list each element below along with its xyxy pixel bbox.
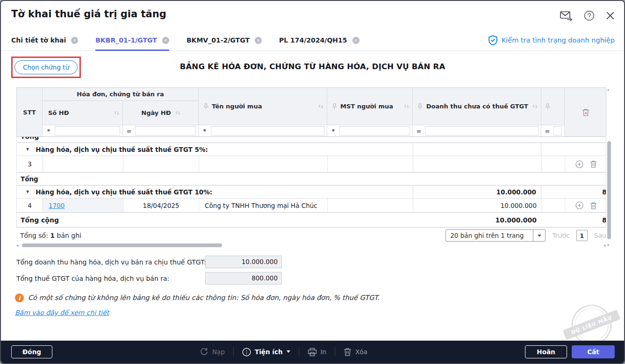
filter-input-doanh-thu[interactable] [425,126,539,136]
tab-close-icon[interactable]: ✕ [162,37,169,44]
horizontal-scrollbar-thumb[interactable] [22,243,222,247]
table-row[interactable]: 3 [17,156,606,172]
scroll-left-icon[interactable]: ◂ [16,243,19,248]
pin-icon[interactable] [417,103,423,110]
filter-cell-doanh-thu: = [413,125,541,136]
cell-doanh-thu[interactable]: 10.000.000 [413,199,541,212]
window-title: Tờ khai thuế giá trị gia tăng [11,8,166,20]
tab-bkmv-01-2-gtgt[interactable]: BKMV_01-2/GTGT ✕ [187,30,262,50]
column-header-thue[interactable] [541,88,565,125]
cell-so-hd[interactable] [43,156,123,172]
table-row[interactable]: 4 1700 18/04/2025 Công ty TNHH Thương mạ… [17,198,606,212]
notice-text: Có một số chứng từ không lên bảng kê do … [28,293,380,301]
utilities-button[interactable]: Tiện ích [242,348,290,357]
tab-close-icon[interactable]: ✕ [71,37,78,44]
current-page-box[interactable]: 1 [576,230,588,241]
collapse-caret-icon[interactable]: ▼ [26,147,29,151]
column-header-so-hd[interactable]: Số HĐ ↑↓ [43,101,123,125]
utilities-icon [242,348,251,357]
vertical-scrollbar-thumb[interactable] [607,141,611,239]
sort-icon[interactable]: ↑↓ [175,111,180,115]
filter-input-ngay-hd[interactable] [135,126,196,136]
filter-operator[interactable]: * [43,128,55,135]
tab-close-icon[interactable]: ✕ [352,37,359,44]
table-group-row-10-percent: ▼ Hàng hóa, dịch vụ chịu thuế suất thuế … [17,185,606,198]
cell-ngay-hd[interactable]: 18/04/2025 [123,199,199,212]
close-button[interactable]: Đóng [11,345,52,358]
grand-total-thue: 800.000 [602,216,606,224]
sort-icon[interactable]: ↑↓ [318,104,323,109]
filter-operator[interactable]: = [541,128,553,135]
add-row-icon[interactable] [575,160,583,168]
collapse-caret-icon[interactable]: ▼ [26,190,29,194]
group-label: Hàng hóa, dịch vụ chịu thuế suất thuế GT… [36,146,208,153]
cell-stt: 3 [17,156,43,172]
tab-bkbr-01-1-gtgt[interactable]: BKBR_01-1/GTGT ✕ [95,30,169,50]
scroll-down-icon[interactable]: ▾ [607,243,609,247]
invoice-number-link[interactable]: 1700 [49,202,65,209]
save-button[interactable]: Cất [572,345,615,358]
column-header-ten-nguoi-mua[interactable]: Tên người mua ↑↓ [199,88,327,125]
cell-ngay-hd[interactable] [123,156,199,172]
add-row-icon[interactable] [575,201,583,209]
prev-page-button[interactable]: Trước [552,232,569,239]
column-header-mst-nguoi-mua[interactable]: MST người mua ↑↓ [327,88,413,125]
delete-row-icon[interactable] [590,202,597,209]
tab-close-icon[interactable]: ✕ [255,37,262,44]
page-size-value: 20 bản ghi trên 1 trang [446,232,533,239]
filter-operator[interactable]: = [123,128,135,135]
pin-icon[interactable] [332,103,337,110]
sort-icon[interactable]: ↑↓ [532,104,537,109]
filter-input-so-hd[interactable] [55,126,120,136]
vat-declaration-window: Tờ khai thuế giá trị gia tăng Chi tiết t… [0,0,625,364]
sheet-title: BẢNG KÊ HÓA ĐƠN, CHỨNG TỪ HÀNG HÓA, DỊCH… [1,62,624,71]
postpone-button[interactable]: Hoãn [525,345,567,358]
total-tax-field[interactable]: 800.000 [205,272,282,285]
print-button[interactable]: In [308,348,327,357]
send-mail-icon[interactable] [560,10,573,21]
sort-icon[interactable]: ↑↓ [403,104,409,109]
delete-row-icon[interactable] [590,160,597,168]
filter-input-ten-nguoi-mua[interactable] [211,126,324,136]
pin-icon[interactable] [545,103,550,110]
cell-mst-nguoi-mua[interactable] [327,156,413,172]
vertical-scrollbar: ▴ ▾ [607,87,611,247]
filter-cell-mst-nguoi-mua: * [327,125,413,136]
next-page-button[interactable]: Sau [594,232,606,239]
filter-operator[interactable]: * [327,128,339,135]
scroll-right-icon[interactable]: ▸ [604,243,606,248]
pagination-bar: Tổng số: 1 bản ghi 20 bản ghi trên 1 tra… [16,228,606,243]
help-icon[interactable] [584,10,595,21]
cell-ten-nguoi-mua[interactable] [199,156,327,172]
column-header-doanh-thu[interactable]: Doanh thu chưa có thuế GTGT ↑↓ [413,88,541,125]
cell-ten-nguoi-mua[interactable]: Công ty TNHH Thương mại Hà Chúc [199,199,327,212]
trash-icon [344,348,352,356]
horizontal-scrollbar: ◂ ▸ [16,243,606,248]
close-icon[interactable] [606,11,615,20]
cell-doanh-thu[interactable] [413,156,541,172]
reload-button[interactable]: Nạp [200,348,225,357]
tab-label: BKMV_01-2/GTGT [187,36,250,44]
filter-operator[interactable]: = [413,128,425,135]
tab-label: PL 174/2024/QH15 [279,36,347,44]
table-grand-total-row: Tổng cộng 10.000.000 800.000 [17,212,606,228]
cell-so-hd[interactable]: 1700 [43,199,123,212]
delete-all-icon[interactable]: ✕ [582,108,589,116]
total-revenue-field[interactable]: 10.000.000 [205,256,282,268]
view-details-link[interactable]: Bấm vào đây để xem chi tiết [15,309,109,316]
column-header-ngay-hd[interactable]: Ngày HĐ ↑↓ [123,101,199,125]
check-business-status-link[interactable]: Kiểm tra tình trạng doanh nghiệp [488,35,615,46]
cell-mst-nguoi-mua[interactable] [327,199,413,212]
page-size-select[interactable]: 20 bản ghi trên 1 trang [445,229,546,242]
pin-icon[interactable] [203,103,208,110]
tab-chi-tiet-to-khai[interactable]: Chi tiết tờ khai ✕ [11,30,78,50]
filter-input-thue[interactable] [553,126,562,136]
delete-button[interactable]: Xóa [344,348,367,356]
filter-input-mst-nguoi-mua[interactable] [339,126,410,136]
tab-pl-174-2024-qh15[interactable]: PL 174/2024/QH15 ✕ [279,30,359,50]
scroll-up-icon[interactable]: ▴ [607,87,609,92]
window-titlebar: Tờ khai thuế giá trị gia tăng [1,1,624,30]
filter-operator[interactable]: * [199,128,211,135]
sort-icon[interactable]: ↑↓ [114,111,119,115]
group-thue-value: 800.000 [602,188,606,196]
